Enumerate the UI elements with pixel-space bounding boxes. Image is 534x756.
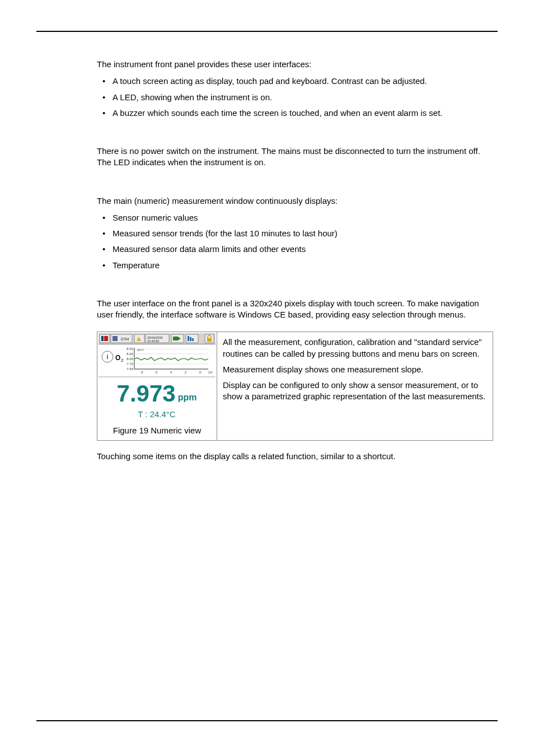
svg-rect-1	[99, 344, 216, 344]
temperature-value: T : 24.4°C	[138, 409, 176, 419]
list-item: Measured sensor trends (for the last 10 …	[97, 228, 493, 239]
svg-rect-17	[192, 338, 194, 341]
intro-paragraph: The instrument front panel provides thes…	[97, 59, 493, 70]
list-item: A buzzer which sounds each time the scre…	[97, 108, 493, 119]
svg-text:i: i	[106, 353, 108, 360]
displays-list: Sensor numeric values Measured sensor tr…	[97, 212, 493, 271]
touch-paragraph: Touching some items on the display calls…	[97, 451, 493, 462]
power-paragraph: There is no power switch on the instrume…	[97, 146, 493, 169]
figure-description: All the measurement, configuration, cali…	[217, 332, 493, 440]
ui-description-paragraph: The user interface on the front panel is…	[97, 298, 493, 321]
svg-text:ppm: ppm	[137, 348, 144, 351]
svg-text:6': 6'	[156, 371, 158, 374]
svg-rect-9	[101, 336, 104, 341]
list-item: A LED, showing when the instrument is on…	[97, 92, 493, 103]
desc-paragraph: Measurement display shows one measuremen…	[223, 364, 487, 375]
svg-rect-14	[179, 338, 180, 339]
svg-rect-15	[188, 336, 189, 341]
svg-rect-11	[113, 336, 118, 341]
numeric-view-screenshot: 6764 29/04/2005 10:43:50	[99, 333, 216, 423]
header-id: 6764	[121, 337, 129, 341]
desc-paragraph: Display can be configured to only show a…	[223, 380, 487, 403]
desc-paragraph: All the measurement, configuration, cali…	[223, 337, 487, 360]
svg-rect-10	[104, 336, 108, 341]
figure-row: 6764 29/04/2005 10:43:50	[97, 332, 493, 440]
svg-text:8.00: 8.00	[127, 357, 133, 361]
svg-text:8': 8'	[141, 371, 143, 374]
interfaces-list: A touch screen acting as display, touch …	[97, 76, 493, 119]
svg-text:0': 0'	[199, 371, 202, 374]
o2-label: O	[115, 354, 120, 362]
svg-rect-13	[173, 337, 179, 340]
list-item: A touch screen acting as display, touch …	[97, 76, 493, 87]
svg-text:7.75: 7.75	[127, 362, 133, 366]
figure-caption: Figure 19 Numeric view	[97, 423, 217, 440]
list-item: Sensor numeric values	[97, 212, 493, 223]
main-window-intro: The main (numeric) measurement window co…	[97, 195, 493, 207]
o2-sub: 2	[121, 358, 124, 363]
svg-text:8.25: 8.25	[127, 352, 133, 356]
svg-text:4': 4'	[170, 371, 172, 374]
figure-cell: 6764 29/04/2005 10:43:50	[97, 332, 217, 440]
svg-text:2': 2'	[185, 371, 187, 374]
header-time: 10:43:50	[147, 339, 159, 343]
list-item: Measured sensor data alarm limits and ot…	[97, 244, 493, 255]
svg-text:8.50: 8.50	[127, 347, 133, 351]
svg-text:7.50: 7.50	[127, 367, 133, 371]
list-item: Temperature	[97, 260, 493, 271]
svg-rect-18	[207, 338, 212, 342]
svg-rect-16	[190, 337, 191, 341]
svg-text:10': 10'	[208, 371, 213, 374]
